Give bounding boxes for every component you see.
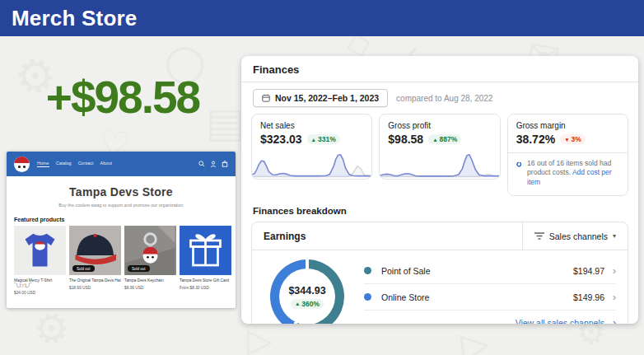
tshirt-graphic: [14, 226, 66, 275]
online-store-label: Online Store: [381, 292, 429, 302]
gear-doodle-icon: ⚙: [26, 300, 77, 355]
store-nav-links: Home Catalog Contact About: [37, 161, 112, 167]
gift-icon: [180, 226, 231, 275]
store-subtitle: Buy the coolest swag to support and prom…: [7, 203, 236, 208]
online-store-dot: [364, 293, 371, 301]
product-card-tshirt[interactable]: Magical Mercy T-Shirt ¯\_(ツ)_/¯ $24.00 U…: [14, 226, 66, 295]
store-hero: Tampa Devs Store Buy the coolest swag to…: [7, 176, 236, 208]
product-title: Magical Mercy T-Shirt ¯\_(ツ)_/¯: [14, 278, 66, 288]
arrow-up-icon: ▲: [311, 137, 316, 142]
sales-channels-dropdown[interactable]: Sales channels ▾: [522, 222, 628, 250]
logo-eye: [18, 166, 21, 168]
product-image-tshirt: [14, 226, 66, 275]
account-icon[interactable]: [210, 161, 217, 167]
sales-channels-label: Sales channels: [549, 231, 608, 241]
earnings-donut-chart: $344.93 ▲ 360%: [270, 259, 344, 324]
cart-icon[interactable]: [222, 161, 228, 167]
product-card-keychain[interactable]: Sold out Tampa Devs Keychain $8.99 USD: [124, 226, 176, 295]
gross-profit-delta-badge: ▲ 887%: [428, 134, 461, 144]
chevron-right-icon: ›: [613, 318, 616, 324]
gross-margin-label: Gross margin: [516, 121, 619, 130]
net-sales-delta: 331%: [318, 135, 336, 143]
product-price: From $8.30 USD: [180, 286, 231, 290]
finances-breakdown-title: Finances breakdown: [253, 206, 627, 216]
gross-margin-value: 38.72%: [516, 133, 555, 146]
compare-period-text: compared to Aug 28, 2022: [396, 94, 492, 103]
legend-row-online-store[interactable]: Online Store $149.96 ›: [364, 284, 616, 311]
metrics-row: Net sales $323.03 ▲ 331% Gross profit $9…: [241, 112, 638, 196]
chevron-right-icon: ›: [613, 266, 616, 276]
finances-title: Finances: [241, 56, 638, 82]
product-price: $24.00 USD: [14, 291, 66, 295]
earnings-delta-badge: ▲ 360%: [291, 299, 324, 309]
point-of-sale-dot: [364, 267, 371, 274]
product-title: The Original Tampa Devs Hat: [69, 278, 121, 283]
store-nav-catalog[interactable]: Catalog: [56, 161, 72, 167]
earnings-title: Earnings: [252, 231, 306, 242]
product-title: Tampa Devs Keychain: [124, 278, 176, 283]
earnings-delta: 360%: [301, 300, 320, 308]
gross-profit-card: Gross profit $98.58 ▲ 887%: [379, 114, 500, 180]
product-price: $8.99 USD: [124, 286, 176, 290]
chevron-right-icon: ›: [613, 292, 616, 302]
gross-margin-delta: 3%: [572, 135, 581, 143]
store-nav-contact[interactable]: Contact: [78, 161, 94, 167]
net-sales-value: $323.03: [260, 133, 302, 146]
store-nav-home[interactable]: Home: [37, 161, 49, 167]
view-all-channels-row[interactable]: View all sales channels ›: [364, 311, 616, 324]
point-of-sale-value: $194.97: [573, 266, 604, 276]
sold-out-badge: Sold out: [72, 265, 95, 272]
progress-spinner-icon: [516, 159, 521, 170]
date-filter-row: Nov 15, 2022–Feb 1, 2023 compared to Aug…: [241, 82, 638, 112]
gross-profit-label: Gross profit: [388, 121, 491, 130]
net-sales-label: Net sales: [260, 121, 363, 130]
date-range-button[interactable]: Nov 15, 2022–Feb 1, 2023: [253, 89, 388, 107]
triangle-doodle-icon: ▷: [459, 321, 492, 355]
store-logo[interactable]: [14, 156, 30, 172]
product-price: $18.99 USD: [69, 286, 121, 290]
gross-profit-delta: 887%: [440, 135, 458, 143]
logo-eye: [23, 166, 26, 168]
finances-panel: Finances Nov 15, 2022–Feb 1, 2023 compar…: [241, 56, 638, 324]
gross-profit-value: $98.58: [388, 133, 423, 146]
featured-products-grid: Magical Mercy T-Shirt ¯\_(ツ)_/¯ $24.00 U…: [7, 226, 236, 295]
product-card-giftcard[interactable]: Tampa Devs Store Gift Card From $8.30 US…: [180, 226, 231, 295]
product-image-hat: Sold out: [69, 226, 121, 275]
point-of-sale-label: Point of Sale: [381, 266, 431, 276]
gross-profit-sparkline: [380, 147, 499, 179]
arrow-down-icon: ▼: [564, 137, 569, 142]
product-image-giftcard: [180, 226, 231, 275]
date-range-label: Nov 15, 2022–Feb 1, 2023: [275, 93, 379, 103]
legend-row-point-of-sale[interactable]: Point of Sale $194.97 ›: [364, 258, 616, 284]
product-image-keychain: Sold out: [124, 226, 176, 275]
title-bar: Merch Store: [0, 0, 644, 36]
sold-out-badge: Sold out: [128, 265, 150, 272]
store-nav-about[interactable]: About: [100, 161, 112, 167]
product-costs-note: 16 out of 16 items sold had product cost…: [508, 153, 628, 187]
triangle-doodle-icon: ▷: [247, 321, 273, 355]
net-sales-sparkline: [252, 147, 371, 179]
product-title: Tampa Devs Store Gift Card: [180, 278, 231, 283]
arrow-up-icon: ▲: [295, 301, 300, 306]
product-card-hat[interactable]: Sold out The Original Tampa Devs Hat $18…: [69, 226, 121, 295]
earnings-header: Earnings Sales channels ▾: [252, 222, 628, 250]
page-title: Merch Store: [0, 0, 644, 36]
net-sales-card: Net sales $323.03 ▲ 331%: [251, 114, 372, 180]
logo-bandana: [14, 156, 30, 164]
gross-margin-card: Gross margin 38.72% ▼ 3% 16 out of 16 it…: [507, 114, 628, 196]
online-store-value: $149.96: [573, 292, 604, 302]
earnings-total: $344.93: [288, 285, 325, 297]
earnings-card: Earnings Sales channels ▾ $344.93 ▲ 36: [251, 222, 628, 324]
store-title: Tampa Devs Store: [7, 185, 236, 199]
calendar-icon: [262, 94, 270, 102]
arrow-up-icon: ▲: [432, 137, 437, 142]
search-icon[interactable]: [198, 161, 205, 167]
store-navbar: Home Catalog Contact About: [7, 152, 236, 176]
store-screenshot: Home Catalog Contact About Tampa Devs St…: [7, 152, 236, 308]
donut-center: $344.93 ▲ 360%: [270, 259, 344, 324]
profit-highlight: +$98.58: [3, 71, 242, 124]
earnings-body: $344.93 ▲ 360% Point of Sale $194.97 › O…: [252, 250, 628, 324]
view-all-channels-link[interactable]: View all sales channels: [516, 318, 604, 324]
featured-products-label: Featured products: [14, 217, 236, 222]
filter-icon: [534, 232, 544, 240]
